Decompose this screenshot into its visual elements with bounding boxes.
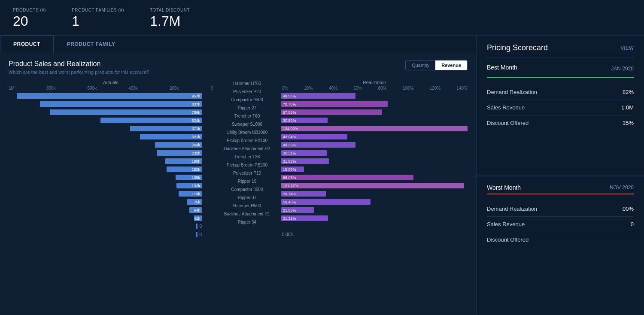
realization-bar: 21.66%	[281, 207, 314, 213]
actual-bar: 64k	[189, 207, 202, 213]
bar-row-right: 43.94%	[281, 133, 468, 140]
actual-bar: 524k	[100, 118, 202, 123]
realization-bar: 31.22%	[281, 215, 328, 221]
realization-bar: 30.31%	[281, 150, 327, 156]
product-name: Utility Broom UB1000	[216, 129, 279, 136]
actual-bar: 182k	[167, 167, 202, 172]
bar-row-left: 41k	[9, 215, 202, 222]
scorecard-section: Pricing Scorecard VIEW Best Month JAN 20…	[477, 36, 644, 176]
realization-bar: 15.05%	[281, 167, 304, 172]
bar-row-left: 232k	[9, 149, 202, 157]
bar-row-left: 524k	[9, 117, 202, 124]
products-value: 20	[13, 13, 46, 29]
product-name: Pickup Broom PB100	[216, 137, 279, 144]
bar-row-left: 957k	[9, 92, 202, 100]
toggle-revenue[interactable]: Revenue	[435, 61, 467, 70]
bar-row-right: 21.66%	[281, 206, 468, 214]
left-panel: PRODUCT PRODUCT FAMILY Product Sales and…	[0, 36, 477, 315]
worst-month-date: NOV 2020	[610, 185, 634, 191]
discount-value: 1.7M	[150, 13, 190, 29]
chart-area: Actuals 1M 800k 600k 400k 200k 0 957k837…	[9, 80, 468, 238]
actual-bar: 243k	[155, 142, 202, 148]
realization-bar: 67.08%	[281, 109, 382, 115]
product-names: Hammer H700Pulverizer P20Compactor 9500R…	[213, 80, 281, 238]
toggle-quantity[interactable]: Quantity	[406, 61, 435, 70]
bar-row-right: 15.05%	[281, 166, 468, 173]
worst-revenue-value: 0	[631, 221, 634, 227]
best-demand-row: Demand Realization 82%	[487, 85, 634, 100]
product-name: Pickup Broom PB200	[216, 161, 279, 169]
worst-section: Worst Month NOV 2020 Demand Realization …	[477, 176, 644, 315]
bar-row-left: 371k	[9, 125, 202, 132]
realization-bar: 43.94%	[281, 134, 347, 139]
realization-axis-labels: 0% 20% 40% 60% 80% 100% 120% 140%	[281, 86, 468, 92]
best-month-date: JAN 2020	[611, 66, 634, 72]
realization-bar: 88.05%	[281, 175, 413, 180]
bar-row-right: 124.02%	[281, 125, 468, 132]
bar-row-right: 30.82%	[281, 117, 468, 124]
bar-row-right: 67.08%	[281, 109, 468, 116]
product-name: Compactor 9500	[216, 96, 279, 103]
best-discount-row: Discount Offered 35%	[487, 115, 634, 130]
worst-demand-value: 00%	[623, 206, 634, 212]
realization-bar: 70.76%	[281, 101, 388, 107]
realization-bar: 124.02%	[281, 126, 468, 131]
tab-product-family[interactable]: PRODUCT FAMILY	[54, 36, 129, 53]
worst-demand-row: Demand Realization 00%	[487, 201, 634, 217]
actual-bar: 132k	[176, 183, 202, 188]
realization-axis-title: Realization	[281, 80, 468, 85]
realization-bar: 49.56%	[281, 93, 355, 99]
chart-title: Product Sales and Realization	[9, 60, 149, 68]
view-link[interactable]: VIEW	[620, 45, 634, 51]
scorecard-header: Pricing Scorecard VIEW	[487, 43, 634, 58]
worst-revenue-row: Sales Revenue 0	[487, 217, 634, 232]
best-month-header: Best Month JAN 2020	[487, 64, 634, 73]
bar-row-right: 31.22%	[281, 215, 468, 222]
actual-bar: 190k	[165, 158, 202, 164]
realization-bar: 31.82%	[281, 158, 329, 164]
actual-bar: 837k	[40, 101, 202, 107]
bar-row-right	[281, 223, 468, 230]
top-stats-bar: PRODUCTS (#) 20 PRODUCT FAMILIES (#) 1 T…	[0, 0, 644, 36]
discount-label: TOTAL DISCOUNT	[150, 8, 190, 12]
actuals-section: Actuals 1M 800k 600k 400k 200k 0 957k837…	[9, 80, 213, 238]
product-name: Ripper 37	[216, 194, 279, 201]
bar-row-left: 190k	[9, 158, 202, 165]
scorecard-title: Pricing Scorecard	[487, 43, 548, 52]
best-month-label: Best Month	[487, 64, 517, 71]
bar-row-left: 837k	[9, 100, 202, 108]
bar-row-left: 135k	[9, 174, 202, 181]
best-month-section: Best Month JAN 2020 Demand Realization 8…	[487, 64, 634, 130]
realization-bar: 59.40%	[281, 199, 371, 205]
worst-revenue-label: Sales Revenue	[487, 221, 525, 227]
bar-row-left: 182k	[9, 166, 202, 173]
bar-row-left: 0	[9, 223, 202, 230]
product-name: Ripper 19	[216, 178, 279, 185]
realization-bar: 121.77%	[281, 183, 464, 188]
bar-row-right: 70.76%	[281, 100, 468, 108]
worst-month-label: Worst Month	[487, 184, 521, 191]
worst-discount-row: Discount Offered	[487, 232, 634, 247]
product-name: Sweeper S1000	[216, 121, 279, 128]
bar-row-left: 64k	[9, 206, 202, 214]
realization-bar: 49.39%	[281, 142, 355, 148]
actual-bar: 135k	[176, 175, 202, 180]
product-name: Trencher T36	[216, 153, 279, 161]
families-value: 1	[72, 13, 124, 29]
product-name: Ripper 34	[216, 218, 279, 226]
best-month-separator	[487, 77, 634, 78]
bar-row-right: 49.39%	[281, 141, 468, 148]
worst-demand-label: Demand Realization	[487, 206, 537, 212]
actual-bar: 41k	[194, 215, 202, 221]
actual-bar: 371k	[130, 126, 202, 131]
products-label: PRODUCTS (#)	[13, 8, 46, 12]
bar-row-left: 132k	[9, 182, 202, 189]
product-name: Compactor 3500	[216, 186, 279, 193]
best-demand-label: Demand Realization	[487, 89, 537, 95]
worst-month-header: Worst Month NOV 2020	[487, 184, 634, 191]
tab-product[interactable]: PRODUCT	[0, 36, 54, 53]
product-name: Pulverizer P20	[216, 88, 279, 95]
actual-bar	[196, 224, 197, 229]
bar-row-right: 121.77%	[281, 182, 468, 189]
worst-discount-label: Discount Offered	[487, 236, 529, 243]
